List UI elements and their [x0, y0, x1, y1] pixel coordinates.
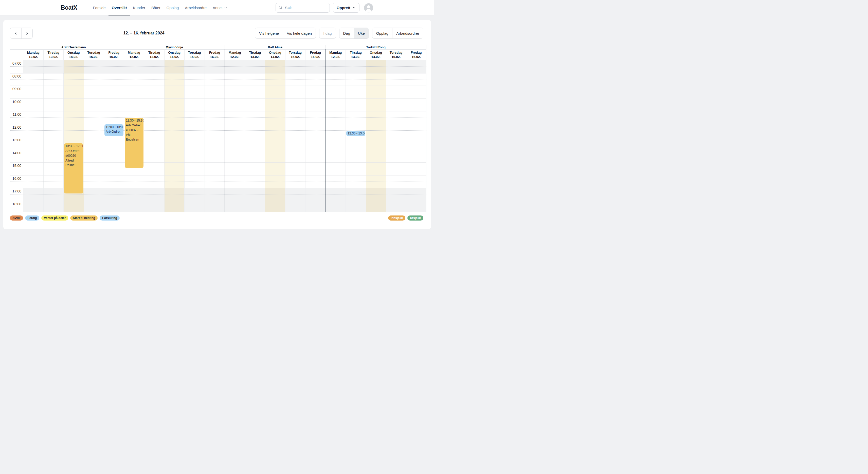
toolbar-button-i-dag[interactable]: I dag [319, 28, 335, 38]
day-header-label: Tirsdag [48, 50, 59, 55]
time-label: 13:00 [10, 138, 21, 142]
next-week-button[interactable] [21, 28, 32, 38]
status-legend: AvvikFerdigVenter på delerKlart til hent… [10, 215, 423, 221]
day-column [326, 60, 346, 212]
day-header-torkild-rong-onsdag: Onsdag14.02. [366, 49, 386, 60]
day-header-ralf-alme-torsdag: Torsdag15.02. [285, 49, 306, 60]
day-header-label: Mandag [27, 50, 39, 55]
nav-item-oversikt[interactable]: Oversikt [108, 0, 130, 15]
toolbar-button-group: Vis helgeneVis hele dagen [255, 28, 316, 39]
day-header-label: 14.02. [371, 55, 380, 59]
search-input[interactable] [276, 3, 330, 13]
day-header-label: 16.02. [412, 55, 421, 59]
day-header-label: Fredag [108, 50, 119, 55]
day-header-yvin-vinje-mandag: Mandag12.02. [124, 49, 145, 60]
offhours-band [43, 188, 64, 212]
create-button[interactable]: Opprett [333, 3, 360, 13]
day-column [144, 60, 164, 212]
offhours-band [104, 188, 124, 212]
toolbar-button-uke[interactable]: Uke [354, 28, 369, 38]
day-header-label: Fredag [209, 50, 220, 55]
offhours-band [386, 188, 406, 212]
offhours-band [23, 188, 43, 212]
day-header-label: 16.02. [311, 55, 320, 59]
status-legend-left: AvvikFerdigVenter på delerKlart til hent… [10, 215, 120, 221]
half-hour-line [10, 105, 426, 105]
top-navigation-bar: BoatX ForsideOversiktKunderBåterOpplagAr… [0, 0, 434, 16]
event-time: 12:00 - 13:00 [106, 125, 122, 130]
calendar-event[interactable]: 12:00 - 13:00Arb.Ordre: [104, 124, 123, 136]
day-column [225, 60, 245, 212]
event-title: Arb.Ordre: #00020 - Alfred Reime [65, 149, 80, 167]
nav-item-opplag[interactable]: Opplag [163, 0, 182, 15]
hour-line [10, 73, 426, 73]
calendar-toolbar: 12. – 16. februar 2024 Vis helgeneVis he… [10, 28, 423, 39]
day-header-label: 14.02. [69, 55, 78, 59]
day-header-torkild-rong-tirsdag: Tirsdag13.02. [346, 49, 366, 60]
day-header-arild-testemann-mandag: Mandag12.02. [23, 49, 43, 60]
day-header-label: 16.02. [109, 55, 118, 59]
toolbar-button-vis-helgene[interactable]: Vis helgene [255, 28, 283, 38]
day-header-label: 16.02. [210, 55, 219, 59]
day-column-highlighted [164, 60, 185, 212]
day-header-label: 15.02. [392, 55, 401, 59]
person-header-row: Arild TestemannØyvin VinjeRalf AlmeTorki… [10, 45, 426, 49]
toolbar-button-opplag[interactable]: Opplag [372, 28, 392, 38]
day-column [205, 60, 225, 212]
day-header-label: 15.02. [89, 55, 98, 59]
hour-line [10, 60, 426, 60]
day-column [43, 60, 64, 212]
calendar-event[interactable]: 11:30 - 15:30Arb.Ordre: #00037 - Pål Eng… [125, 118, 144, 168]
calendar-event[interactable]: 13:30 - 17:30Arb.Ordre: #00020 - Alfred … [64, 143, 83, 194]
nav-item-arbeidsordre[interactable]: Arbeidsordre [182, 0, 210, 15]
view-buttons: Vis helgeneVis hele dagenI dagDagUkeOppl… [255, 28, 423, 39]
day-header-yvin-vinje-onsdag: Onsdag14.02. [164, 49, 185, 60]
time-gutter-header [10, 49, 23, 60]
half-hour-line [10, 66, 426, 67]
calendar-event[interactable]: 12:30 - 13:00 [346, 131, 365, 136]
day-header-label: 14.02. [170, 55, 179, 59]
nav-item-label: Annet [213, 6, 223, 10]
offhours-band [346, 188, 366, 212]
offhours-band [306, 188, 326, 212]
person-header-torkild-rong: Torkild Rong [326, 45, 427, 49]
person-header-ralf-alme: Ralf Alme [225, 45, 326, 49]
nav-item-kunder[interactable]: Kunder [130, 0, 148, 15]
user-avatar[interactable] [364, 3, 373, 12]
day-header-label: 12.02. [29, 55, 38, 59]
day-column [104, 60, 124, 212]
event-time: 12:30 - 13:00 [347, 131, 364, 136]
day-header-label: Mandag [329, 50, 342, 55]
day-header-ralf-alme-onsdag: Onsdag14.02. [265, 49, 285, 60]
nav-item-annet[interactable]: Annet [210, 0, 230, 15]
person-header-yvin-vinje: Øyvin Vinje [124, 45, 225, 49]
time-label: 18:00 [10, 202, 21, 206]
day-column [245, 60, 266, 212]
nav-item-forside[interactable]: Forside [90, 0, 108, 15]
time-label: 17:00 [10, 189, 21, 193]
day-column [285, 60, 306, 212]
nav-item-label: Båter [151, 6, 160, 10]
time-label: 10:00 [10, 100, 21, 104]
toolbar-button-dag[interactable]: Dag [339, 28, 354, 38]
time-label: 12:00 [10, 125, 21, 129]
previous-week-button[interactable] [10, 28, 21, 38]
day-header-label: Torsdag [289, 50, 302, 55]
toolbar-button-arbeidsordrer[interactable]: Arbeidsordrer [392, 28, 423, 38]
offhours-band [285, 188, 306, 212]
toolbar-button-vis-hele-dagen[interactable]: Vis hele dagen [283, 28, 316, 38]
day-header-label: Tirsdag [148, 50, 160, 55]
hour-line [10, 111, 426, 111]
day-column-highlighted [265, 60, 285, 212]
day-header-label: 13.02. [150, 55, 159, 59]
person-icon [364, 3, 373, 12]
event-time: 13:30 - 17:30 [65, 144, 82, 149]
time-label: 08:00 [10, 74, 21, 78]
legend-pill-ferdig: Ferdig [25, 215, 39, 221]
day-header-label: Torsdag [188, 50, 201, 55]
day-header-label: 15.02. [291, 55, 300, 59]
nav-item-b-ter[interactable]: Båter [148, 0, 163, 15]
person-group-separator [326, 49, 326, 212]
boatx-logo: BoatX [61, 4, 77, 11]
offhours-band [84, 188, 104, 212]
